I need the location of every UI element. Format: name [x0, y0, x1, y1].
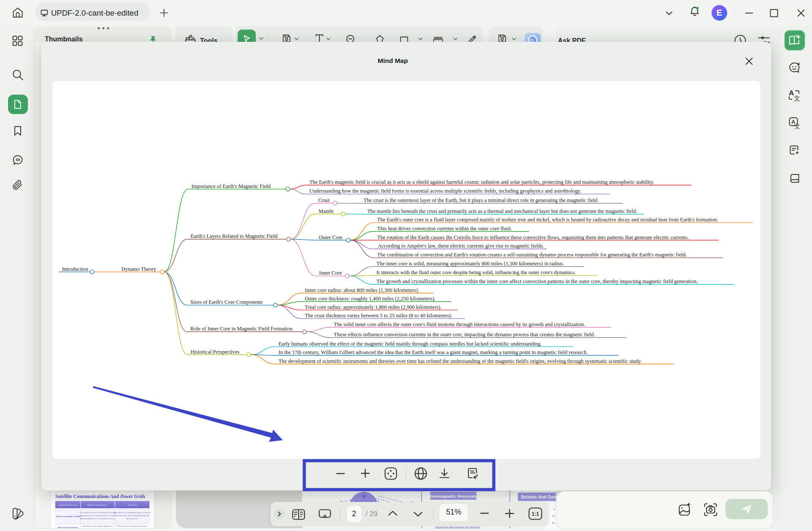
svg-text:Crust: Crust: [318, 197, 330, 203]
svg-text:Introduction: Introduction: [62, 266, 89, 272]
svg-text:About 85% Of The Global Popula: About 85% Of The Global Population Is Co…: [114, 512, 150, 514]
svg-text:Approximately, The Coverage Ra: Approximately, The Coverage Rate In Ocea…: [80, 515, 114, 517]
svg-text:The inner core is solid, measu: The inner core is solid, measuring appro…: [376, 261, 564, 267]
svg-text:ti: ti: [552, 514, 555, 518]
svg-text:Outer core thickness: roughly: Outer core thickness: roughly 1,400 mile…: [305, 296, 435, 302]
svg-text:Cover More Than 70% Of The Ear: Cover More Than 70% Of The Earth's Surfa…: [80, 512, 115, 514]
svg-text:Seismic And Geo: Seismic And Geo: [521, 495, 556, 499]
svg-text:Sizes of Earth's Core Componen: Sizes of Earth's Core Components: [190, 299, 263, 305]
svg-text:In the 17th century, William G: In the 17th century, William Gilbert adv…: [279, 349, 588, 355]
svg-text:is: is: [552, 520, 555, 525]
svg-text:文: 文: [794, 95, 800, 101]
svg-text:Dynamo Theory: Dynamo Theory: [122, 266, 157, 272]
svg-text:The combination of convection: The combination of convection and Earth'…: [377, 252, 687, 258]
svg-text:According to Ampère's law, the: According to Ampère's law, these electri…: [378, 243, 544, 249]
svg-text:文: 文: [794, 123, 800, 129]
svg-text:The crust is the outermost lay: The crust is the outermost layer of the …: [364, 197, 599, 203]
svg-text:It interacts with the fluid ou: It interacts with the fluid outer core d…: [376, 270, 576, 275]
svg-text:The solid inner core affects t: The solid inner core affects the outer c…: [334, 321, 585, 327]
svg-text:The Earth's outer core is a fl: The Earth's outer core is a fluid layer …: [377, 217, 718, 223]
svg-text:The development of scientific: The development of scientific instrument…: [279, 358, 642, 364]
svg-text:The mantle lies beneath the cr: The mantle lies beneath the crust and pr…: [367, 208, 637, 214]
svg-text:The Earth's magnetic field is: The Earth's magnetic field is crucial as…: [309, 179, 654, 185]
svg-text:Outer Core: Outer Core: [319, 234, 343, 240]
svg-text:Not Connected.: Not Connected.: [126, 517, 138, 520]
svg-text:Solar Storms, Space Debris, An: Solar Storms, Space Debris, And Severe: [82, 525, 113, 527]
svg-text:And Remote Areas Is Continuous: And Remote Areas Is Continuously Increas…: [80, 517, 115, 520]
svg-text:These effects influence convec: These effects influence convection curre…: [334, 332, 595, 338]
svg-text:1:1: 1:1: [532, 511, 539, 517]
svg-text:Inner core radius: about 800 m: Inner core radius: about 800 miles (1,30…: [305, 287, 419, 293]
svg-text:Weather (Such As Rainstorms An: Weather (Such As Rainstorms And Dust: [83, 528, 113, 528]
svg-text:Historical Perspectives: Historical Perspectives: [191, 349, 239, 355]
svg-text:The crust thickness varies bet: The crust thickness varies between 5 to …: [305, 313, 452, 319]
svg-text:s: s: [553, 507, 555, 511]
svg-text:This heat drives convection cu: This heat drives convection currents wit…: [377, 226, 512, 231]
svg-text:Importance of Earth's Magnetic: Importance of Earth's Magnetic Field: [192, 183, 271, 189]
svg-text:Comparison Dimensions: Comparison Dimensions: [58, 504, 78, 506]
svg-text:Satellite Communications And P: Satellite Communications And Power Grids: [55, 494, 146, 499]
svg-text:Mantle: Mantle: [319, 208, 334, 214]
svg-text:Geomagnetic Reversals: Geomagnetic Reversals: [430, 494, 477, 498]
svg-text:The growth and crystallization: The growth and crystallization processes…: [376, 278, 698, 284]
svg-text:Total core radius: approximate: Total core radius: approximately 1,800 m…: [305, 304, 441, 310]
svg-text:Earth's Layers Related to Magn: Earth's Layers Related to Magnetic Field: [191, 233, 278, 239]
svg-text:Natural Disasters (Such As Ear: Natural Disasters (Such As Earthquakes,: [117, 525, 147, 527]
svg-text:Global Coverage(As Of 2024): Global Coverage(As Of 2024): [56, 515, 80, 517]
svg-text:The rotation of the Earth caus: The rotation of the Earth causes the Cor…: [377, 234, 689, 240]
svg-text:Floods, Etc.) And Equipment Ag: Floods, Etc.) And Equipment Aging Lead T…: [116, 528, 149, 528]
svg-text:Satellite Communications: Satellite Communications: [87, 504, 107, 506]
svg-text:Role of Inner Core in Magnetic: Role of Inner Core in Magnetic Field For…: [190, 326, 293, 332]
svg-text:By Power Grids, Some Remote Ar: By Power Grids, Some Remote Areas Are St…: [115, 515, 149, 517]
svg-text:Understanding how the magnetic: Understanding how the magnetic field for…: [309, 188, 581, 194]
svg-text:Inner Core: Inner Core: [319, 270, 342, 276]
svg-text:Early humans observed the effe: Early humans observed the effect of the …: [279, 341, 542, 347]
svg-text:Main Interfering Factors: Main Interfering Factors: [58, 526, 78, 528]
svg-text:A: A: [789, 90, 794, 97]
svg-text:Power Grid: Power Grid: [128, 504, 137, 506]
